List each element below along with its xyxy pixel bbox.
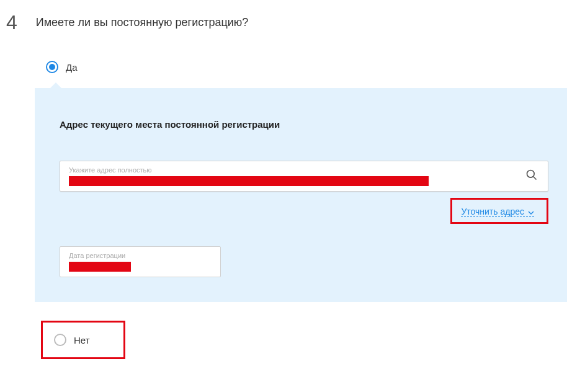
no-section: Нет	[41, 321, 561, 359]
address-value-redacted	[69, 176, 429, 186]
highlight-refine: Уточнить адрес	[450, 198, 548, 224]
date-label: Дата регистрации	[69, 252, 212, 259]
date-input-group[interactable]: Дата регистрации	[60, 246, 221, 277]
registration-panel: Адрес текущего места постоянной регистра…	[35, 88, 567, 302]
radio-option-no[interactable]: Нет	[49, 330, 95, 350]
refine-address-link[interactable]: Уточнить адрес	[461, 207, 534, 217]
panel-arrow-icon	[50, 82, 62, 89]
refine-row: Уточнить адрес	[60, 198, 548, 224]
search-icon[interactable]	[525, 169, 538, 184]
radio-option-yes[interactable]: Да	[41, 57, 561, 77]
panel-wrapper: Адрес текущего места постоянной регистра…	[41, 88, 561, 302]
step-header: 4 Имеете ли вы постоянную регистрацию?	[6, 12, 561, 32]
radio-label-yes: Да	[66, 62, 78, 73]
address-input-group[interactable]: Укажите адрес полностью	[60, 161, 548, 192]
address-label: Укажите адрес полностью	[69, 166, 517, 174]
step-number: 4	[6, 12, 17, 32]
radio-unchecked-icon	[54, 334, 66, 346]
chevron-down-icon	[528, 207, 534, 216]
step-body: Да Адрес текущего места постоянной регис…	[41, 57, 561, 302]
highlight-no: Нет	[41, 321, 125, 359]
date-value-redacted	[69, 262, 131, 272]
step-container: 4 Имеете ли вы постоянную регистрацию? Д…	[0, 0, 567, 372]
svg-point-0	[527, 171, 535, 178]
refine-address-text: Уточнить адрес	[461, 207, 524, 216]
radio-label-no: Нет	[74, 335, 90, 345]
svg-line-1	[534, 177, 537, 180]
step-title: Имеете ли вы постоянную регистрацию?	[36, 16, 249, 29]
radio-checked-icon	[46, 61, 58, 73]
panel-title: Адрес текущего места постоянной регистра…	[60, 119, 548, 130]
